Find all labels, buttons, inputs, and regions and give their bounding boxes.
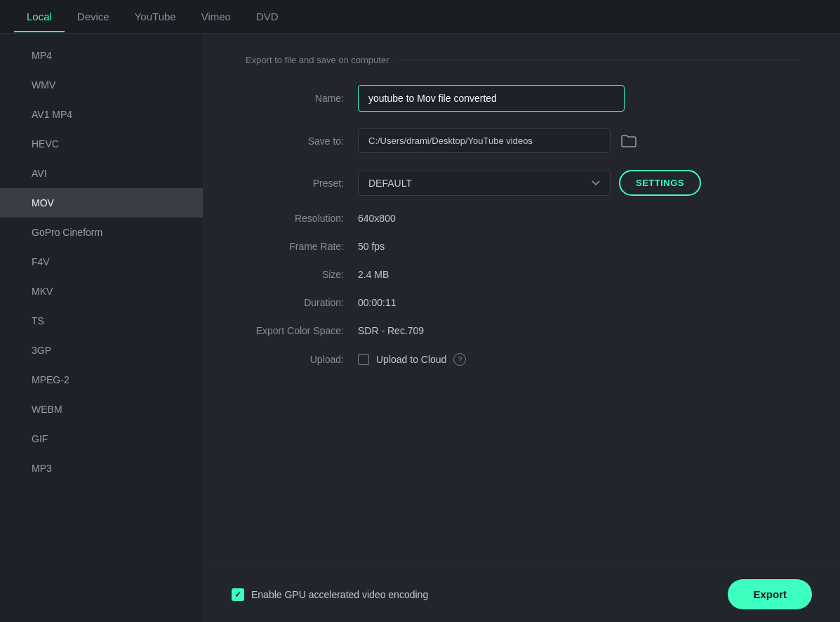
sidebar-item-wmv[interactable]: WMV bbox=[0, 70, 203, 100]
sidebar-item-avi[interactable]: AVI bbox=[0, 159, 203, 188]
sidebar-item-mov[interactable]: MOV bbox=[0, 188, 203, 218]
sidebar-item-3gp[interactable]: 3GP bbox=[0, 336, 203, 365]
top-navigation: Local Device YouTube Vimeo DVD bbox=[0, 0, 840, 34]
sidebar-item-mkv[interactable]: MKV bbox=[0, 277, 203, 306]
sidebar-item-mp4[interactable]: MP4 bbox=[0, 41, 203, 70]
folder-icon bbox=[621, 135, 636, 147]
save-to-label: Save to: bbox=[246, 135, 358, 147]
section-title: Export to file and save on computer bbox=[246, 55, 399, 65]
sidebar-item-gopro[interactable]: GoPro Cineform bbox=[0, 218, 203, 247]
tab-device[interactable]: Device bbox=[65, 1, 122, 32]
size-label: Size: bbox=[246, 269, 358, 280]
gpu-label: Enable GPU accelerated video encoding bbox=[251, 589, 428, 600]
size-row: Size: 2.4 MB bbox=[246, 269, 798, 280]
size-value: 2.4 MB bbox=[358, 269, 389, 280]
gpu-row: Enable GPU accelerated video encoding bbox=[232, 588, 428, 601]
resolution-row: Resolution: 640x800 bbox=[246, 213, 798, 224]
preset-container: DEFAULT Custom SETTINGS bbox=[358, 170, 701, 196]
sidebar-item-mp3[interactable]: MP3 bbox=[0, 454, 203, 483]
frame-rate-row: Frame Rate: 50 fps bbox=[246, 241, 798, 252]
tab-youtube[interactable]: YouTube bbox=[122, 1, 189, 32]
frame-rate-value: 50 fps bbox=[358, 241, 385, 252]
folder-browse-button[interactable] bbox=[618, 130, 640, 152]
resolution-value: 640x800 bbox=[358, 213, 396, 224]
export-button[interactable]: Export bbox=[728, 579, 812, 609]
sidebar-item-ts[interactable]: TS bbox=[0, 306, 203, 336]
section-header: Export to file and save on computer bbox=[246, 55, 798, 65]
name-input[interactable] bbox=[358, 85, 625, 112]
settings-button[interactable]: SETTINGS bbox=[619, 170, 701, 196]
save-to-container: C:/Users/drami/Desktop/YouTube videos bbox=[358, 128, 640, 153]
preset-label: Preset: bbox=[246, 178, 358, 189]
upload-to-cloud-label: Upload to Cloud bbox=[376, 354, 446, 365]
bottom-bar: Enable GPU accelerated video encoding Ex… bbox=[204, 566, 840, 622]
section-divider bbox=[399, 60, 798, 60]
sidebar-item-webm[interactable]: WEBM bbox=[0, 395, 203, 424]
preset-row: Preset: DEFAULT Custom SETTINGS bbox=[246, 170, 798, 196]
sidebar-item-gif[interactable]: GIF bbox=[0, 424, 203, 454]
tab-dvd[interactable]: DVD bbox=[244, 1, 291, 32]
duration-value: 00:00:11 bbox=[358, 297, 396, 308]
save-to-row: Save to: C:/Users/drami/Desktop/YouTube … bbox=[246, 128, 798, 153]
frame-rate-label: Frame Rate: bbox=[246, 241, 358, 252]
sidebar-item-f4v[interactable]: F4V bbox=[0, 247, 203, 277]
color-space-label: Export Color Space: bbox=[246, 325, 358, 336]
color-space-value: SDR - Rec.709 bbox=[358, 325, 424, 336]
sidebar-item-mpeg2[interactable]: MPEG-2 bbox=[0, 365, 203, 395]
upload-row: Upload: Upload to Cloud ? bbox=[246, 353, 798, 366]
gpu-checkbox[interactable] bbox=[232, 588, 244, 601]
duration-row: Duration: 00:00:11 bbox=[246, 297, 798, 308]
color-space-row: Export Color Space: SDR - Rec.709 bbox=[246, 325, 798, 336]
help-icon[interactable]: ? bbox=[453, 353, 466, 366]
upload-label: Upload: bbox=[246, 354, 358, 365]
name-label: Name: bbox=[246, 93, 358, 104]
sidebar-item-av1mp4[interactable]: AV1 MP4 bbox=[0, 100, 203, 129]
name-row: Name: bbox=[246, 85, 798, 112]
preset-select[interactable]: DEFAULT Custom bbox=[358, 171, 611, 196]
export-content: Export to file and save on computer Name… bbox=[204, 34, 840, 622]
upload-to-cloud-checkbox[interactable] bbox=[358, 354, 369, 365]
save-to-path: C:/Users/drami/Desktop/YouTube videos bbox=[358, 128, 611, 153]
main-layout: MP4 WMV AV1 MP4 HEVC AVI MOV GoPro Cinef… bbox=[0, 34, 840, 622]
sidebar-item-hevc[interactable]: HEVC bbox=[0, 129, 203, 159]
sidebar: MP4 WMV AV1 MP4 HEVC AVI MOV GoPro Cinef… bbox=[0, 34, 204, 622]
duration-label: Duration: bbox=[246, 297, 358, 308]
tab-local[interactable]: Local bbox=[14, 1, 65, 32]
upload-container: Upload to Cloud ? bbox=[358, 353, 466, 366]
tab-vimeo[interactable]: Vimeo bbox=[189, 1, 244, 32]
resolution-label: Resolution: bbox=[246, 213, 358, 224]
